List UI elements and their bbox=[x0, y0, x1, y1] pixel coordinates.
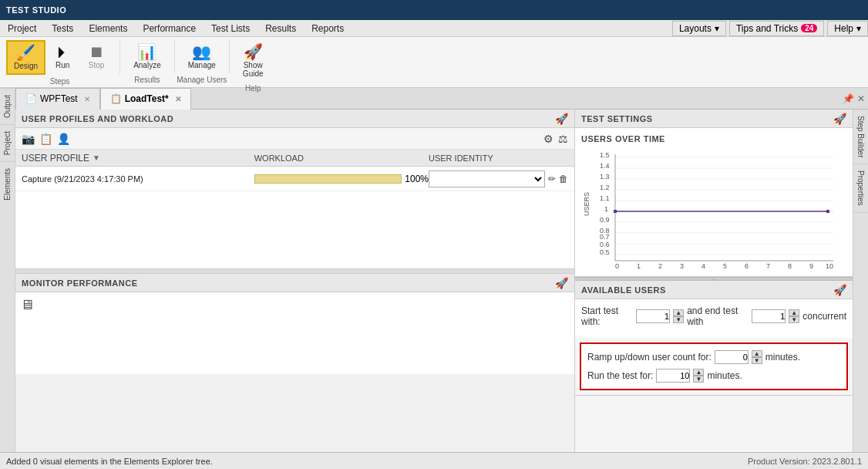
analyze-button[interactable]: 📊 Analyze bbox=[126, 40, 168, 73]
camera-icon[interactable]: 📷 bbox=[22, 133, 35, 145]
end-spinner: ▲ ▼ bbox=[789, 309, 799, 323]
svg-rect-24 bbox=[826, 210, 829, 213]
svg-text:9: 9 bbox=[809, 262, 813, 270]
start-value-input[interactable] bbox=[636, 309, 670, 323]
monitor-section: MONITOR PERFORMANCE 🚀 🖥 bbox=[15, 274, 574, 374]
tabs-bar: 📄 WPFTest ✕ 📋 LoadTest* ✕ 📌 ✕ bbox=[15, 88, 868, 110]
menu-performance[interactable]: Performance bbox=[135, 21, 204, 36]
run-icon: ⏵ bbox=[55, 44, 70, 59]
tab-wpftest-close[interactable]: ✕ bbox=[84, 95, 90, 103]
svg-text:0: 0 bbox=[615, 262, 619, 270]
edit-identity-icon[interactable]: ✏ bbox=[548, 174, 556, 184]
svg-rect-25 bbox=[614, 210, 617, 213]
profile-cell: Capture (9/21/2023 4:17:30 PM) bbox=[22, 174, 254, 184]
menu-elements[interactable]: Elements bbox=[81, 21, 135, 36]
run-spin-down[interactable]: ▼ bbox=[693, 376, 704, 383]
tab-loadtest[interactable]: 📋 LoadTest* ✕ bbox=[100, 88, 191, 110]
design-button[interactable]: 🖌️ Design bbox=[6, 40, 45, 75]
ramp-spin-up[interactable]: ▲ bbox=[752, 350, 762, 357]
rocket-icon: 🚀 bbox=[555, 113, 568, 125]
version-text: Product Version: 2023.2.801.1 bbox=[748, 457, 862, 466]
avail-rocket-icon: 🚀 bbox=[833, 284, 846, 296]
chevron-down-icon: ▾ bbox=[856, 23, 861, 34]
tab-loadtest-close[interactable]: ✕ bbox=[175, 95, 181, 103]
start-spin-down[interactable]: ▼ bbox=[673, 316, 684, 323]
menu-results[interactable]: Results bbox=[257, 21, 304, 36]
menu-tests[interactable]: Tests bbox=[44, 21, 81, 36]
run-button[interactable]: ⏵ Run bbox=[45, 40, 79, 73]
tab-wpftest[interactable]: 📄 WPFTest ✕ bbox=[15, 88, 100, 110]
sidebar-item-project[interactable]: Project bbox=[0, 124, 15, 161]
steps-group-label: Steps bbox=[50, 77, 70, 86]
monitor-rocket-icon: 🚀 bbox=[555, 277, 568, 289]
settings-icon[interactable]: ⚙ bbox=[543, 133, 553, 145]
empty-profile-area bbox=[15, 191, 574, 268]
col-profile: USER PROFILE ▼ bbox=[22, 153, 254, 164]
test-settings-header: TEST SETTINGS 🚀 bbox=[575, 110, 853, 128]
monitor-add-icon[interactable]: 🖥 bbox=[20, 297, 34, 312]
tips-badge: 24 bbox=[801, 24, 817, 32]
end-value-input[interactable] bbox=[752, 309, 786, 323]
sidebar-item-elements[interactable]: Elements bbox=[0, 161, 15, 207]
toolbar-group-manage: 👥 Manage Manage Users bbox=[175, 40, 230, 73]
title-bar: TEST STUDIO bbox=[0, 0, 868, 20]
identity-select[interactable] bbox=[429, 170, 545, 187]
run-spinner: ▲ ▼ bbox=[693, 369, 704, 383]
menu-testlists[interactable]: Test Lists bbox=[204, 21, 257, 36]
sidebar-item-properties[interactable]: Properties bbox=[853, 164, 868, 213]
svg-text:7: 7 bbox=[766, 262, 770, 270]
left-panel: USER PROFILES AND WORKLOAD 🚀 📷 📋 👤 ⚙ ⚖ bbox=[15, 110, 575, 452]
end-spin-down[interactable]: ▼ bbox=[789, 316, 799, 323]
toolbar: 🖌️ Design ⏵ Run ⏹ Stop Steps 📊 Analyze R… bbox=[0, 37, 868, 88]
run-test-row: Run the test for: ▲ ▼ minutes. bbox=[587, 369, 840, 383]
user-profiles-toolbar: 📷 📋 👤 ⚙ ⚖ bbox=[15, 128, 574, 150]
stop-button[interactable]: ⏹ Stop bbox=[79, 40, 113, 73]
tab-pin-icon[interactable]: 📌 bbox=[843, 93, 854, 104]
svg-text:6: 6 bbox=[745, 262, 749, 270]
run-value-input[interactable] bbox=[656, 369, 690, 383]
toolbar-group-help: 🚀 ShowGuide Help bbox=[230, 40, 277, 82]
right-side-panel: Step Builder Properties bbox=[853, 110, 868, 452]
menu-reports[interactable]: Reports bbox=[304, 21, 352, 36]
toolbar-group-results: 📊 Analyze Results bbox=[120, 40, 175, 73]
svg-text:0.9: 0.9 bbox=[600, 216, 610, 224]
layouts-button[interactable]: Layouts ▾ bbox=[672, 21, 726, 36]
identity-cell: ✏ 🗑 bbox=[429, 170, 568, 187]
ramp-spin-down[interactable]: ▼ bbox=[752, 357, 762, 364]
tab-close-all-icon[interactable]: ✕ bbox=[857, 93, 865, 104]
svg-text:3: 3 bbox=[680, 262, 684, 270]
manage-icon: 👥 bbox=[192, 44, 211, 59]
available-users-content: Start test with: ▲ ▼ and end test with ▲… bbox=[575, 299, 853, 338]
manage-button[interactable]: 👥 Manage bbox=[181, 40, 223, 73]
chart-area: USERS OVER TIME 1.5 1.4 1.3 1.2 1.1 1 0.… bbox=[575, 128, 853, 276]
test-settings-rocket-icon: 🚀 bbox=[833, 113, 846, 125]
svg-text:1.5: 1.5 bbox=[600, 151, 610, 159]
tips-tricks-button[interactable]: Tips and Tricks 24 bbox=[729, 21, 824, 36]
add-user-icon[interactable]: 👤 bbox=[57, 133, 70, 145]
svg-text:1.2: 1.2 bbox=[600, 184, 610, 191]
delete-identity-icon[interactable]: 🗑 bbox=[559, 174, 568, 184]
toolbar-group-steps: 🖌️ Design ⏵ Run ⏹ Stop Steps bbox=[0, 40, 120, 75]
results-group-label: Results bbox=[134, 76, 160, 84]
help-button[interactable]: Help ▾ bbox=[827, 21, 868, 36]
splitter-h[interactable] bbox=[15, 268, 574, 273]
filter-icon[interactable]: ▼ bbox=[93, 154, 100, 162]
ramp-value-input[interactable] bbox=[715, 350, 749, 364]
user-profiles-section: USER PROFILES AND WORKLOAD 🚀 📷 📋 👤 ⚙ ⚖ bbox=[15, 110, 574, 274]
show-guide-button[interactable]: 🚀 ShowGuide bbox=[236, 40, 271, 82]
svg-text:1: 1 bbox=[604, 205, 608, 213]
balance-icon[interactable]: ⚖ bbox=[558, 133, 568, 145]
table-header: USER PROFILE ▼ WORKLOAD USER IDENTITY bbox=[15, 150, 574, 167]
menu-project[interactable]: Project bbox=[0, 21, 44, 36]
copy-icon[interactable]: 📋 bbox=[39, 133, 52, 145]
analyze-icon: 📊 bbox=[137, 44, 156, 59]
start-spin-up[interactable]: ▲ bbox=[673, 309, 684, 316]
guide-icon: 🚀 bbox=[244, 44, 263, 59]
user-profiles-header: USER PROFILES AND WORKLOAD 🚀 bbox=[15, 110, 574, 128]
run-spin-up[interactable]: ▲ bbox=[693, 369, 704, 376]
stop-icon: ⏹ bbox=[89, 44, 104, 59]
sidebar-item-output[interactable]: Output bbox=[0, 88, 15, 124]
end-spin-up[interactable]: ▲ bbox=[789, 309, 799, 316]
sidebar-item-step-builder[interactable]: Step Builder bbox=[853, 110, 868, 164]
svg-text:USERS: USERS bbox=[583, 192, 590, 216]
